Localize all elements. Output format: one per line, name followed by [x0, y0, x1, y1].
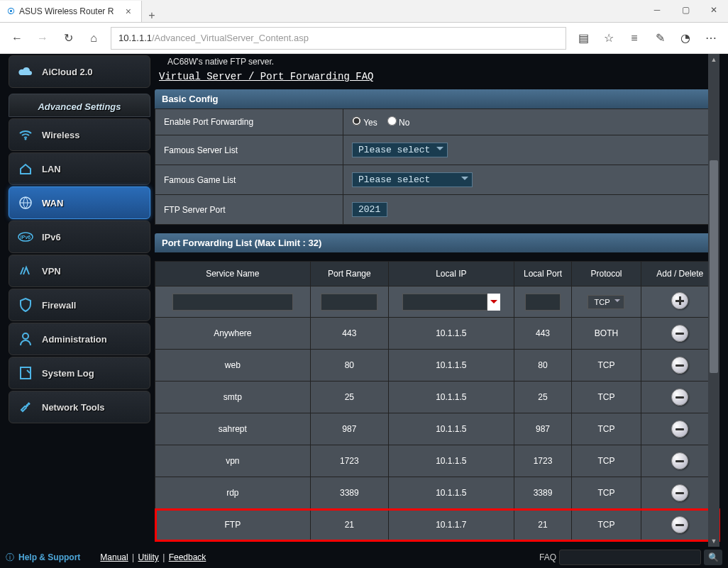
radio-yes[interactable]: Yes: [352, 116, 377, 128]
cell-ip: 10.1.1.5: [389, 382, 514, 413]
pf-row: web8010.1.1.580TCP: [155, 350, 719, 382]
ftp-port-label: FTP Server Port: [155, 195, 343, 225]
delete-button[interactable]: [671, 357, 688, 374]
famous-game-label: Famous Game List: [155, 165, 343, 195]
basic-config-table: Enable Port Forwarding Yes No Famous Ser…: [155, 108, 719, 225]
sidebar-item-aicloud[interactable]: AiCloud 2.0: [9, 55, 150, 88]
globe-icon: [18, 195, 33, 211]
cell-ip: 10.1.1.5: [389, 318, 514, 350]
th-service: Service Name: [155, 262, 311, 286]
delete-button[interactable]: [671, 484, 688, 501]
forward-button[interactable]: →: [31, 27, 54, 50]
sidebar: AiCloud 2.0 Advanced Settings Wireless L…: [9, 54, 150, 568]
cell-service: rdp: [155, 477, 311, 509]
faq-link[interactable]: Virtual Server / Port Forwarding FAQ: [155, 69, 373, 89]
th-proto: Protocol: [572, 262, 641, 286]
utility-link[interactable]: Utility: [138, 552, 158, 562]
cell-port: 987: [514, 413, 572, 445]
more-button[interactable]: ⋯: [700, 27, 722, 50]
cell-port: 1723: [514, 445, 572, 477]
delete-button[interactable]: [671, 325, 688, 342]
svg-text:IPv6: IPv6: [21, 235, 31, 240]
delete-button[interactable]: [671, 452, 688, 469]
feedback-link[interactable]: Feedback: [169, 552, 206, 562]
hub-button[interactable]: ≡: [623, 27, 646, 50]
tab-title: ASUS Wireless Router R: [19, 6, 114, 16]
cell-proto: BOTH: [572, 318, 641, 350]
add-button[interactable]: [671, 292, 688, 309]
sidebar-item-administration[interactable]: Administration: [9, 323, 150, 355]
window-controls: ─ ▢ ✕: [643, 0, 728, 20]
tools-icon: [18, 399, 33, 415]
basic-config-header: Basic Config: [155, 89, 719, 108]
sidebar-item-network-tools[interactable]: Network Tools: [9, 391, 150, 423]
sidebar-label: Administration: [42, 334, 107, 345]
wifi-icon: ⦿: [7, 7, 15, 16]
log-icon: [18, 365, 33, 381]
sidebar-label: Wireless: [42, 130, 79, 140]
scrollbar-thumb[interactable]: [710, 160, 718, 373]
url-bar[interactable]: 10.1.1.1/Advanced_VirtualServer_Content.…: [111, 27, 566, 50]
maximize-button[interactable]: ▢: [671, 0, 700, 20]
pf-row: rdp338910.1.1.53389TCP: [155, 477, 719, 509]
sidebar-item-wan[interactable]: WAN: [9, 186, 150, 219]
ftp-port-input[interactable]: [352, 202, 387, 217]
sidebar-label: VPN: [42, 266, 61, 277]
share-button[interactable]: ◔: [674, 27, 697, 50]
svg-point-0: [25, 138, 27, 140]
home-icon: [18, 161, 33, 177]
minimize-button[interactable]: ─: [643, 0, 671, 20]
delete-button[interactable]: [671, 421, 688, 438]
delete-button[interactable]: [671, 389, 688, 406]
close-window-button[interactable]: ✕: [700, 0, 728, 20]
pf-row: smtp2510.1.1.525TCP: [155, 382, 719, 413]
local-port-input[interactable]: [525, 294, 561, 311]
pf-row: FTP2110.1.1.721TCP: [155, 509, 719, 541]
cell-port: 443: [514, 318, 572, 350]
cell-proto: TCP: [572, 445, 641, 477]
cell-ip: 10.1.1.5: [389, 477, 514, 509]
protocol-select[interactable]: TCP: [588, 295, 624, 309]
th-action: Add / Delete: [641, 262, 719, 286]
favorites-button[interactable]: ☆: [597, 27, 620, 50]
url-host: 10.1.1.1: [118, 33, 152, 43]
back-button[interactable]: ←: [6, 27, 28, 50]
cell-port: 3389: [514, 477, 572, 509]
refresh-button[interactable]: ↻: [57, 27, 79, 50]
faq-search-button[interactable]: 🔍: [704, 550, 722, 565]
browser-tab[interactable]: ⦿ ASUS Wireless Router R ×: [0, 1, 142, 22]
notes-button[interactable]: ✎: [649, 27, 671, 50]
sidebar-item-vpn[interactable]: VPN: [9, 255, 150, 287]
close-tab-button[interactable]: ×: [123, 6, 134, 17]
sidebar-item-wireless[interactable]: Wireless: [9, 118, 150, 151]
sidebar-item-firewall[interactable]: Firewall: [9, 289, 150, 321]
sidebar-item-system-log[interactable]: System Log: [9, 357, 150, 389]
radio-no[interactable]: No: [387, 116, 410, 128]
reading-view-button[interactable]: ▤: [572, 27, 595, 50]
ip-dropdown-button[interactable]: [487, 294, 500, 311]
cell-service: smtp: [155, 382, 311, 413]
sidebar-item-ipv6[interactable]: IPv6 IPv6: [9, 221, 150, 253]
content-area: AC68W's native FTP server. Virtual Serve…: [150, 54, 719, 568]
manual-link[interactable]: Manual: [100, 552, 128, 562]
sidebar-item-lan[interactable]: LAN: [9, 152, 150, 185]
vertical-scrollbar[interactable]: ▲ ▼: [708, 54, 719, 547]
famous-server-select[interactable]: Please select: [352, 143, 448, 157]
famous-server-label: Famous Server List: [155, 135, 343, 165]
help-support-label: Help & Support: [18, 552, 80, 562]
faq-search-input[interactable]: [559, 550, 701, 565]
local-ip-input[interactable]: [402, 294, 487, 311]
pf-row: sahrept98710.1.1.5987TCP: [155, 413, 719, 445]
new-tab-button[interactable]: +: [142, 9, 162, 22]
delete-button[interactable]: [671, 516, 688, 533]
browser-toolbar: ← → ↻ ⌂ 10.1.1.1/Advanced_VirtualServer_…: [0, 23, 728, 54]
famous-game-select[interactable]: Please select: [352, 172, 473, 187]
port-range-input[interactable]: [321, 294, 377, 311]
sidebar-label: AiCloud 2.0: [42, 67, 93, 77]
home-button[interactable]: ⌂: [82, 27, 105, 50]
service-input[interactable]: [172, 294, 293, 311]
scroll-down-arrow[interactable]: ▼: [708, 535, 719, 547]
browser-tab-bar: ⦿ ASUS Wireless Router R × +: [0, 0, 728, 23]
scroll-up-arrow[interactable]: ▲: [708, 54, 719, 65]
cell-port: 21: [514, 509, 572, 541]
